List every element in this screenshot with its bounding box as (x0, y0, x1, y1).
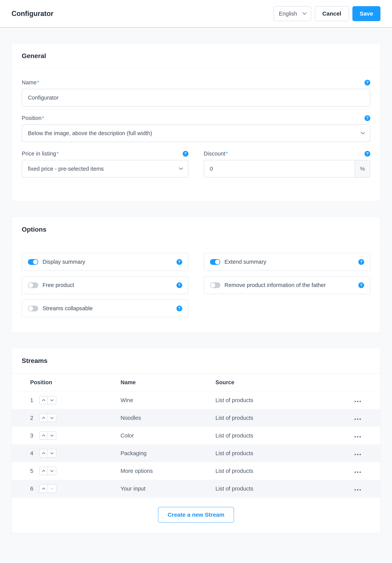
help-icon[interactable]: ? (358, 259, 364, 265)
table-row: 2NoodlesList of products (12, 409, 380, 427)
help-icon[interactable]: ? (176, 282, 182, 288)
stream-source: List of products (209, 427, 315, 444)
discount-unit: % (355, 160, 370, 178)
position-number: 4 (30, 450, 34, 457)
move-down-button[interactable] (48, 467, 56, 475)
move-up-button[interactable] (39, 396, 48, 404)
position-number: 2 (30, 415, 34, 421)
help-icon[interactable]: ? (365, 115, 370, 121)
option-label: Display summary (42, 259, 172, 265)
required-asterisk: * (37, 79, 39, 86)
page-header: Configurator English Cancel Save (0, 0, 392, 28)
name-field: Name* ? (22, 79, 370, 106)
option-box: Free product? (22, 276, 188, 294)
option-box: Remove product information of the father… (204, 276, 370, 294)
col-actions (348, 374, 380, 391)
discount-field: Discount* ? % (204, 151, 370, 186)
discount-input[interactable] (204, 160, 355, 178)
position-label: Position (22, 115, 41, 121)
option-toggle[interactable] (210, 259, 220, 265)
option-box: Streams collapsable? (22, 299, 188, 317)
help-icon[interactable]: ? (365, 80, 370, 86)
help-icon[interactable]: ? (176, 306, 182, 311)
table-row: 6Your inputList of products (12, 480, 380, 498)
help-icon[interactable]: ? (176, 259, 182, 265)
required-asterisk: * (42, 115, 44, 121)
discount-label: Discount (204, 151, 225, 157)
stream-source: List of products (209, 462, 315, 480)
move-down-button (48, 484, 56, 493)
price-select[interactable]: fixed price - pre-selected items (22, 160, 188, 178)
stream-name: Your input (114, 480, 209, 498)
stream-name: Noodles (114, 409, 209, 427)
streams-card: Streams Position Name Source 1WineList o… (12, 348, 380, 534)
option-label: Streams collapsable (42, 305, 172, 312)
option-toggle[interactable] (28, 259, 38, 265)
move-down-button[interactable] (48, 396, 56, 404)
stream-source: List of products (209, 480, 315, 498)
language-select[interactable]: English (274, 6, 311, 21)
more-actions-icon[interactable] (354, 489, 361, 490)
option-toggle[interactable] (28, 306, 38, 311)
options-card: Options Display summary?Extend summary?F… (12, 217, 380, 333)
option-label: Free product (42, 282, 172, 288)
general-card: General Name* ? Position* ? (12, 43, 380, 202)
position-number: 1 (30, 397, 34, 403)
move-up-button[interactable] (39, 431, 48, 440)
name-input[interactable] (22, 89, 370, 106)
required-asterisk: * (56, 151, 59, 157)
move-down-button[interactable] (48, 449, 56, 458)
move-up-button[interactable] (39, 449, 48, 458)
language-select-wrap: English (274, 6, 311, 21)
cancel-button[interactable]: Cancel (315, 6, 349, 21)
more-actions-icon[interactable] (354, 472, 361, 473)
table-row: 1WineList of products (12, 391, 380, 409)
position-field: Position* ? Below the image, above the d… (22, 115, 370, 142)
options-title: Options (12, 217, 380, 242)
stream-name: Color (114, 427, 209, 444)
stream-source: List of products (209, 409, 315, 427)
required-asterisk: * (226, 151, 228, 157)
create-stream-button[interactable]: Create a new Stream (158, 507, 234, 523)
price-label: Price in listing (22, 151, 56, 157)
move-up-button[interactable] (39, 484, 48, 493)
move-up-button[interactable] (39, 414, 48, 422)
streams-title: Streams (12, 348, 380, 373)
option-label: Remove product information of the father (224, 282, 354, 288)
stream-name: Packaging (114, 444, 209, 462)
page-title: Configurator (12, 10, 53, 18)
more-actions-icon[interactable] (354, 419, 361, 420)
move-down-button[interactable] (48, 414, 56, 422)
header-actions: English Cancel Save (274, 6, 380, 21)
col-position: Position (12, 374, 114, 391)
option-box: Display summary? (22, 253, 188, 271)
move-down-button[interactable] (48, 431, 56, 440)
stream-source: List of products (209, 391, 315, 409)
save-button[interactable]: Save (353, 6, 380, 21)
option-toggle[interactable] (210, 282, 220, 288)
help-icon[interactable]: ? (365, 151, 370, 157)
position-number: 3 (30, 433, 34, 439)
table-row: 4PackagingList of products (12, 444, 380, 462)
position-number: 6 (30, 486, 34, 492)
more-actions-icon[interactable] (354, 436, 361, 437)
more-actions-icon[interactable] (354, 401, 361, 402)
more-actions-icon[interactable] (354, 454, 361, 455)
stream-name: Wine (114, 391, 209, 409)
option-box: Extend summary? (204, 253, 370, 271)
col-empty (315, 374, 348, 391)
help-icon[interactable]: ? (183, 151, 188, 157)
table-row: 5More optionsList of products (12, 462, 380, 480)
position-select[interactable]: Below the image, above the description (… (22, 124, 370, 142)
move-up-button[interactable] (39, 467, 48, 475)
price-field: Price in listing* ? fixed price - pre-se… (22, 151, 188, 178)
stream-name: More options (114, 462, 209, 480)
option-toggle[interactable] (28, 282, 38, 288)
streams-table: Position Name Source 1WineList of produc… (12, 373, 380, 498)
col-name: Name (114, 374, 209, 391)
table-row: 3ColorList of products (12, 427, 380, 444)
col-source: Source (209, 374, 315, 391)
position-number: 5 (30, 468, 34, 474)
name-label: Name (22, 79, 37, 86)
help-icon[interactable]: ? (358, 282, 364, 288)
